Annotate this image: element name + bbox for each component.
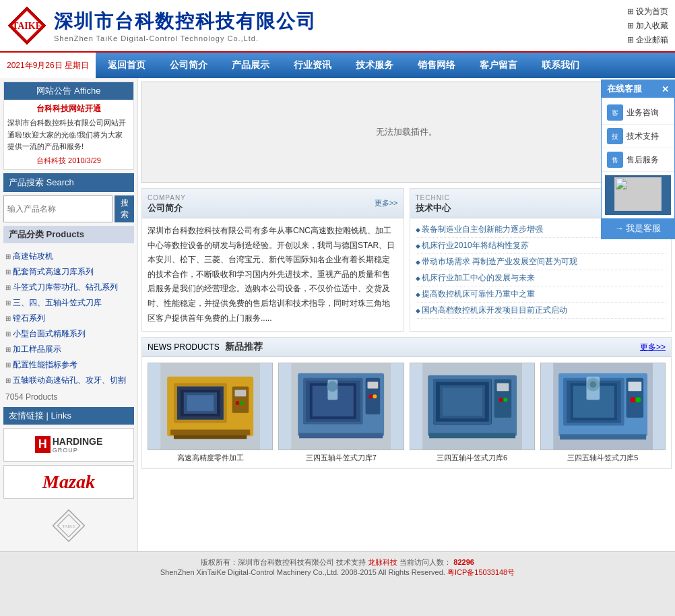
aftersale-icon: 售 (607, 152, 623, 168)
search-box: 搜索 (3, 195, 134, 222)
nav-home[interactable]: 返回首页 (96, 53, 158, 78)
hardinge-h-letter: H (35, 436, 51, 453)
product-item-2: 三四五轴斗笠式刀库6 (410, 363, 535, 463)
svg-rect-63 (560, 435, 646, 440)
news-title-en: NEWS PRODUCTS (148, 342, 220, 352)
news-title-cn: 新品推荐 (225, 341, 263, 352)
category-link-3[interactable]: ⊞三、四、五轴斗笠式刀库 (5, 297, 132, 309)
online-service-title: 在线客服 (607, 83, 642, 95)
company-title-cn: 公司简介 (148, 203, 183, 213)
partner-logos: H HARDINGE GROUP Mazak (0, 425, 137, 502)
product-link-1[interactable]: 三四五轴斗笠式刀库7 (306, 454, 377, 462)
service-item-aftersale[interactable]: 售 售后服务 (602, 148, 674, 172)
svg-point-47 (499, 398, 503, 402)
product-link-3[interactable]: 三四五轴斗笠式刀库5 (567, 454, 638, 462)
tech-item-1[interactable]: 机床行业2010年将结构性复苏 (422, 241, 529, 250)
tech-support-icon: 技 (607, 128, 623, 144)
tech-section-title: TECHNIC 技术中心 (416, 192, 451, 214)
nav-tech[interactable]: 技术服务 (344, 53, 406, 78)
set-homepage-link[interactable]: ⊞ 设为首页 (627, 6, 668, 18)
tech-item-4[interactable]: 提高数控机床可靠性乃重中之重 (422, 289, 535, 299)
svg-rect-60 (628, 382, 641, 392)
svg-point-21 (236, 401, 240, 405)
tech-link[interactable]: 龙脉科技 (368, 558, 397, 566)
svg-rect-20 (235, 390, 247, 397)
list-item: ⊞配套筒式高速刀库系列 (5, 264, 132, 280)
tech-item-2[interactable]: 带动市场需求 再制造产业发展空间甚为可观 (422, 257, 577, 266)
online-service-header: 在线客服 ✕ (602, 80, 674, 98)
company-logo: TAIKE (7, 5, 47, 46)
nav-about[interactable]: 公司简介 (158, 53, 220, 78)
category-link-7[interactable]: ⊞配置性能指标参考 (5, 359, 132, 371)
product-image-3 (540, 363, 666, 450)
list-item: ⊞斗笠式刀库带功孔、钻孔系列 (5, 280, 132, 295)
tech-item-5[interactable]: 国内高档数控机床开发项目目前正式启动 (422, 305, 567, 315)
product-name-1: 三四五轴斗笠式刀库7 (278, 453, 404, 463)
nav-products[interactable]: 产品展示 (220, 53, 282, 78)
service-item-business[interactable]: 客 业务咨询 (602, 101, 674, 125)
tech-item-3[interactable]: 机床行业加工中心的发展与未来 (422, 273, 535, 282)
star-icon: ⊞ (627, 21, 634, 30)
sidebar: 网站公告 Affiche 台科科技网站开通 深圳市台科数控科技有限公司网站开通啦… (0, 78, 138, 551)
nav-news[interactable]: 行业资讯 (282, 53, 344, 78)
nav-feedback[interactable]: 客户留言 (468, 53, 529, 78)
friendly-links-title: 友情链接 | Links (3, 407, 134, 425)
news-more-link[interactable]: 更多>> (640, 342, 666, 353)
tech-title-cn: 技术中心 (416, 203, 451, 213)
tech-item-0[interactable]: 装备制造业自主创新能力逐步增强 (422, 224, 543, 234)
customer-service-button[interactable]: → 我是客服 (602, 218, 674, 239)
category-link-2[interactable]: ⊞斗笠式刀库带功孔、钻孔系列 (5, 282, 132, 293)
product-link-0[interactable]: 高速高精度零件加工 (177, 454, 244, 462)
svg-point-32 (327, 381, 338, 392)
email-link[interactable]: ⊞ 企业邮箱 (627, 34, 668, 46)
plus-icon: ⊞ (5, 284, 11, 291)
nav-sales[interactable]: 销售网络 (406, 53, 468, 78)
navigation: 2021年9月26日 星期日 返回首页 公司简介 产品展示 行业资讯 技术服务 … (0, 53, 675, 78)
category-list: ⊞高速钻攻机 ⊞配套筒式高速刀库系列 ⊞斗笠式刀库带功孔、钻孔系列 ⊞三、四、五… (0, 247, 137, 390)
news-title: NEWS PRODUCTS 新品推荐 (148, 341, 263, 353)
icp-link[interactable]: 粤ICP备15033148号 (447, 568, 515, 576)
company-title-en: COMPANY (148, 194, 186, 202)
product-name-3: 三四五轴斗笠式刀库5 (540, 453, 666, 463)
add-favorite-link[interactable]: ⊞ 加入收藏 (627, 20, 668, 32)
company-section: COMPANY 公司简介 更多>> 深圳市台科数控科技有限公司有多年从事CNC高… (141, 188, 404, 332)
svg-rect-37 (299, 433, 383, 439)
top-links: ⊞ 设为首页 ⊞ 加入收藏 ⊞ 企业邮箱 (627, 6, 668, 46)
plus-icon: ⊞ (5, 330, 11, 338)
nav-contact[interactable]: 联系我们 (529, 53, 591, 78)
company-section-title: COMPANY 公司简介 (148, 192, 186, 214)
announcement-link[interactable]: 台科科技网站开通 (7, 103, 130, 115)
plus-icon: ⊞ (5, 299, 11, 307)
service-avatar (614, 177, 662, 211)
hardinge-name: HARDINGE (53, 436, 103, 447)
list-item: ⊞加工样品展示 (5, 342, 132, 357)
page-header: TAIKE 深圳市台科数控科技有限公司 ShenZhen TaiKe Digit… (0, 0, 675, 53)
content-area: 无法加载插件。 COMPANY 公司简介 更多>> 深圳市台科数控科技有限公司有… (138, 78, 675, 551)
svg-text:TAIKE: TAIKE (12, 21, 42, 31)
list-item: ⊞小型台面式精雕系列 (5, 326, 132, 342)
category-link-5[interactable]: ⊞小型台面式精雕系列 (5, 328, 132, 340)
category-link-0[interactable]: ⊞高速钻攻机 (5, 251, 132, 262)
product-item-1: 三四五轴斗笠式刀库7 (278, 363, 404, 463)
close-icon[interactable]: ✕ (662, 84, 669, 94)
footer-line1: 版权所有：深圳市台科数控科技有限公司 技术支持 龙脉科技 当前访问人数： 822… (5, 557, 670, 567)
service-item-tech[interactable]: 技 技术支持 (602, 125, 674, 148)
page-footer: 版权所有：深圳市台科数控科技有限公司 技术支持 龙脉科技 当前访问人数： 822… (0, 551, 675, 583)
search-input[interactable] (3, 195, 112, 222)
svg-rect-46 (496, 383, 509, 392)
product-link-2[interactable]: 三四五轴斗笠式刀库6 (437, 454, 507, 462)
products-count: 7054 Products (0, 390, 137, 404)
category-link-6[interactable]: ⊞加工样品展示 (5, 344, 132, 355)
partner-hardinge[interactable]: H HARDINGE GROUP (3, 428, 134, 462)
company-more-link[interactable]: 更多>> (375, 198, 398, 208)
partner-mazak[interactable]: Mazak (3, 465, 134, 499)
svg-text:售: 售 (612, 156, 618, 164)
list-item: ⊞三、四、五轴斗笠式刀库 (5, 295, 132, 311)
category-link-4[interactable]: ⊞镗石系列 (5, 313, 132, 324)
category-link-1[interactable]: ⊞配套筒式高速刀库系列 (5, 266, 132, 278)
company-section-header: COMPANY 公司简介 更多>> (142, 189, 404, 218)
category-link-8[interactable]: ⊞五轴联动高速钻孔、攻牙、切割 (5, 375, 132, 386)
product-item-3: 三四五轴斗笠式刀库5 (540, 363, 666, 463)
search-button[interactable]: 搜索 (115, 195, 134, 222)
list-item: ⊞配置性能指标参考 (5, 357, 132, 373)
